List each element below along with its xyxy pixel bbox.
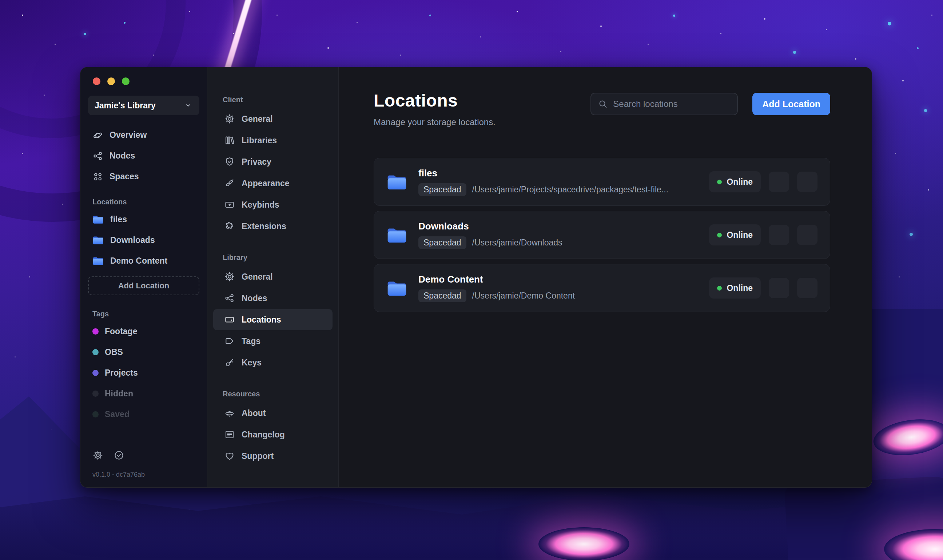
node-badge: Spacedad (418, 236, 467, 249)
folder-icon (386, 173, 407, 191)
location-row: Downloads Spacedad /Users/jamie/Download… (374, 211, 830, 259)
star (327, 47, 329, 49)
nodes-icon (224, 293, 235, 304)
settings-nav-library-general[interactable]: General (213, 266, 333, 287)
key-icon (224, 357, 235, 368)
sidebar-location-demo-content[interactable]: Demo Content (88, 251, 199, 271)
rescan-location-button[interactable] (797, 225, 818, 245)
location-path: /Users/jamie/Projects/spacedrive/package… (472, 185, 668, 195)
star (605, 494, 606, 495)
settings-nav-resources-about[interactable]: About (213, 403, 333, 424)
settings-nav-library-nodes[interactable]: Nodes (213, 288, 333, 309)
search-input[interactable] (613, 99, 730, 109)
books-icon (224, 135, 235, 146)
sidebar-item-spaces[interactable]: Spaces (88, 166, 199, 187)
sidebar-tag-footage[interactable]: Footage (88, 321, 199, 342)
sidebar-item-label: Nodes (109, 151, 135, 161)
settings-nav-label: Locations (242, 315, 281, 325)
sidebar-location-files[interactable]: files (88, 209, 199, 230)
settings-nav-library-tags[interactable]: Tags (213, 331, 333, 352)
settings-nav-label: Nodes (242, 294, 267, 303)
tag-label: Hidden (105, 389, 133, 398)
spaces-icon (92, 171, 103, 182)
node-badge: Spacedad (418, 289, 467, 302)
sidebar-footer: v0.1.0 - dc7a76ab (92, 450, 145, 478)
tag-color-dot (92, 328, 99, 335)
rescan-location-button[interactable] (797, 172, 818, 192)
minimize-window-button[interactable] (107, 77, 115, 85)
settings-nav-client-libraries[interactable]: Libraries (213, 130, 333, 151)
nodes-icon (92, 151, 103, 162)
star (902, 80, 904, 82)
tag-label: Footage (105, 326, 137, 336)
settings-nav-client-appearance[interactable]: Appearance (213, 173, 333, 194)
sidebar-locations-list: files Downloads Demo Content (88, 209, 199, 271)
star (917, 47, 918, 49)
close-window-button[interactable] (93, 77, 100, 85)
star (517, 11, 518, 12)
star (764, 18, 766, 20)
delete-location-button[interactable] (769, 278, 789, 298)
settings-nav-library-keys[interactable]: Keys (213, 352, 333, 373)
sidebar-tag-hidden[interactable]: Hidden (88, 383, 199, 404)
settings-nav-client-extensions[interactable]: Extensions (213, 215, 333, 237)
changelog-icon (224, 429, 235, 440)
settings-nav-client-privacy[interactable]: Privacy (213, 151, 333, 172)
star (826, 29, 827, 30)
sidebar-tag-saved[interactable]: Saved (88, 404, 199, 425)
settings-nav-label: General (242, 272, 273, 282)
star (15, 356, 15, 357)
star (124, 22, 125, 24)
online-dot (717, 286, 722, 291)
library-switcher[interactable]: Jamie's Library (88, 95, 199, 115)
search-icon (598, 99, 608, 109)
settings-nav-resources-changelog[interactable]: Changelog (213, 424, 333, 445)
settings-nav-label: Privacy (242, 157, 271, 167)
settings-nav-client-general[interactable]: General (213, 108, 333, 129)
tag-color-dot (92, 349, 99, 355)
online-dot (717, 180, 722, 185)
star (928, 189, 929, 191)
sidebar-tag-obs[interactable]: OBS (88, 342, 199, 363)
sidebar-locations-header: Locations (92, 198, 199, 206)
chevron-down-icon (183, 101, 193, 110)
settings-nav-client-keybinds[interactable]: Keybinds (213, 194, 333, 215)
check-circle-icon[interactable] (114, 450, 125, 461)
trash-icon (774, 283, 784, 294)
star (429, 15, 431, 16)
star (276, 15, 277, 15)
status-badge: Online (709, 171, 761, 192)
star (356, 22, 357, 23)
delete-location-button[interactable] (769, 225, 789, 245)
add-location-button[interactable]: Add Location (752, 93, 830, 115)
sidebar-item-nodes[interactable]: Nodes (88, 145, 199, 166)
sidebar-add-location-button[interactable]: Add Location (88, 276, 199, 295)
settings-gear-icon[interactable] (92, 450, 103, 461)
page-heading: Locations Manage your storage locations. (374, 91, 496, 127)
sync-icon (802, 176, 813, 187)
location-list: files Spacedad /Users/jamie/Projects/spa… (374, 158, 830, 312)
delete-location-button[interactable] (769, 172, 789, 192)
sidebar-location-downloads[interactable]: Downloads (88, 230, 199, 251)
settings-nav-resources-support[interactable]: Support (213, 445, 333, 466)
star (931, 15, 932, 15)
sidebar-item-overview[interactable]: Overview (88, 125, 199, 145)
spacedrive-window: Jamie's Library Overview Nodes Spaces Lo… (80, 67, 872, 488)
rescan-location-button[interactable] (797, 278, 818, 298)
star (29, 276, 30, 277)
star (600, 25, 602, 27)
tag-color-dot (92, 411, 99, 417)
settings-section-resources: Resources (223, 390, 338, 398)
locations-card-icon (224, 314, 235, 325)
settings-nav-library-locations[interactable]: Locations (213, 309, 333, 330)
sidebar-tag-projects[interactable]: Projects (88, 363, 199, 383)
gear-icon (224, 114, 235, 125)
star (924, 109, 927, 112)
sidebar-tags-list: Footage OBS Projects Hidden Saved (88, 321, 199, 425)
tag-icon (224, 335, 235, 346)
zoom-window-button[interactable] (122, 77, 129, 85)
sync-icon (802, 229, 813, 240)
settings-section-library: Library (223, 254, 338, 262)
location-name: Demo Content (418, 274, 700, 285)
ufo-icon (224, 408, 235, 418)
